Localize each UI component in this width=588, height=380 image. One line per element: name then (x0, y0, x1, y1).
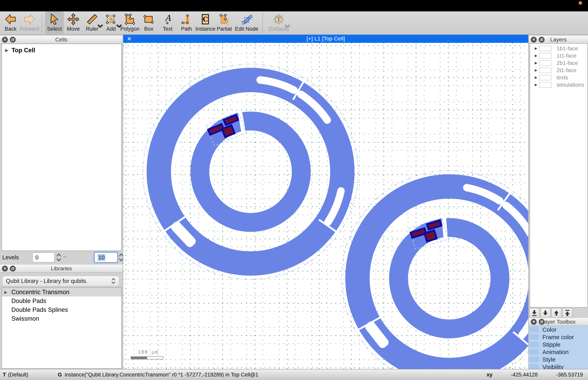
toolbar-button-add[interactable]: Add (102, 11, 120, 34)
toolbar-button-instance[interactable]: C Instance (196, 11, 215, 34)
toolbox-row-handle[interactable] (530, 342, 539, 347)
layer-label: 1b1-face (557, 45, 578, 52)
toolbox-row-handle[interactable] (530, 349, 539, 355)
layer-row-2t1-face[interactable]: ▶ 2t1-face (530, 67, 588, 74)
level-from-spinbox[interactable]: 0 (32, 252, 55, 263)
chevron-down-icon[interactable] (285, 25, 290, 28)
toolbox-row-handle[interactable] (530, 327, 539, 332)
toolbar-button-partial[interactable]: Partial (215, 11, 234, 34)
record-indicator-dot (579, 1, 582, 5)
toolbar-button-select[interactable]: Select (45, 11, 64, 34)
layers-panel-title: Layers (529, 37, 588, 43)
status-xy-label: xy (487, 372, 493, 378)
expander-triangle-icon[interactable]: ▶ (535, 76, 537, 79)
status-selection-text: instance("Qubit Library.ConcentricTransm… (65, 372, 258, 378)
layer-swatch[interactable] (539, 75, 551, 80)
toolbox-row-color[interactable]: Color (529, 326, 588, 333)
toolbar-button-ruler[interactable]: Ruler (83, 11, 102, 34)
ruler-icon (86, 13, 98, 26)
library-item-label: Double Pads (11, 298, 46, 304)
toolbar-button-label: Ruler (86, 26, 99, 32)
back-icon (4, 13, 17, 26)
level-from-stepper[interactable] (56, 252, 62, 263)
toolbar-button-polygon[interactable]: Polygon (120, 11, 139, 34)
library-item-double-pads[interactable]: Double Pads (2, 297, 121, 305)
level-to-spinbox[interactable]: 10 (94, 252, 117, 263)
forward-icon (23, 13, 36, 26)
layer-swatch[interactable] (539, 53, 551, 58)
toolbar-button-move[interactable]: Move (64, 11, 83, 34)
move-layer-to-top-button[interactable] (562, 308, 572, 318)
expander-triangle-icon[interactable]: ▶ (4, 290, 9, 295)
toolbar-button-forward[interactable]: Forward (20, 11, 39, 34)
toolbar-button-label: Instance (195, 26, 215, 32)
library-item-double-pads-splines[interactable]: Double Pads Splines (2, 305, 121, 314)
layer-row-1b1-face[interactable]: ▶ 1b1-face (530, 45, 588, 52)
arrow-up-to-top-icon (564, 310, 571, 316)
klayout-window: Back Forward Select Move (0, 0, 588, 380)
library-select-dropdown[interactable]: Qubit Library - Library for qubits. (2, 276, 119, 286)
toolbox-row-frame-color[interactable]: Frame color (529, 334, 588, 341)
concentric-transmon-instance-1[interactable] (143, 64, 358, 279)
library-item-swissmon[interactable]: Swissmon (2, 314, 121, 323)
float-panel-button[interactable] (539, 37, 545, 43)
levels-label: Levels (2, 254, 19, 261)
layer-row-texts[interactable]: ▶ texts (530, 74, 588, 81)
titlebar (0, 0, 588, 11)
close-icon: ✕ (3, 38, 6, 41)
close-panel-button[interactable]: ✕ (531, 37, 537, 43)
toolbar-button-edit-node[interactable]: Edit Node (234, 11, 260, 34)
toolbox-row-handle[interactable] (530, 334, 539, 340)
library-item-concentric-transmon[interactable]: ▶ Concentric Transmon (2, 288, 121, 297)
expander-triangle-icon[interactable]: ▶ (5, 48, 8, 53)
status-coordinates: xy -425.44128 -365.53719 (487, 372, 588, 378)
expander-triangle-icon[interactable]: ▶ (535, 61, 537, 65)
toolbar-button-label: Partial (217, 26, 232, 32)
toolbar-button-text[interactable]: A Text (158, 11, 177, 34)
cells-tree-item-top-cell[interactable]: ▶ Top Cell (2, 44, 121, 55)
layout-tab[interactable]: ✕ [+] L1 [Top Cell] (123, 35, 528, 43)
toolbar-button-label: Move (67, 26, 80, 32)
layer-swatch[interactable] (539, 68, 551, 73)
toolbar-button-back[interactable]: Back (1, 11, 20, 34)
layer-row-2b1-face[interactable]: ▶ 2b1-face (530, 59, 588, 67)
layer-row-1t1-face[interactable]: ▶ 1t1-face (530, 52, 588, 59)
toolbox-row-stipple[interactable]: Stipple (529, 341, 588, 348)
level-from-value: 0 (35, 254, 38, 261)
float-panel-button[interactable] (10, 37, 16, 43)
move-layer-to-bottom-button[interactable] (529, 308, 539, 318)
toolbox-row-animation[interactable]: Animation (529, 349, 588, 355)
float-panel-icon (11, 267, 14, 270)
toolbar-button-box[interactable]: Box (139, 11, 158, 34)
layer-label: 2t1-face (557, 67, 576, 74)
layer-row-simulations[interactable]: ▶ simulations (530, 81, 588, 88)
layer-label: 1t1-face (557, 53, 576, 59)
path-icon (180, 13, 193, 26)
float-panel-button[interactable] (10, 266, 16, 271)
close-panel-button[interactable]: ✕ (2, 37, 8, 43)
toolbox-row-label: Style (542, 356, 556, 363)
layer-swatch[interactable] (539, 46, 551, 51)
move-layer-down-button[interactable] (540, 308, 550, 318)
toolbar-button-path[interactable]: Path (177, 11, 196, 34)
toolbox-row-style[interactable]: Style (529, 356, 588, 363)
scale-bar-label: 100 µm (138, 349, 172, 355)
close-panel-button[interactable]: ✕ (531, 319, 537, 325)
expander-triangle-icon[interactable]: ▶ (535, 68, 537, 72)
concentric-transmon-instance-2[interactable] (333, 162, 528, 369)
toolbox-row-handle[interactable] (530, 357, 539, 362)
select-cursor-icon (48, 13, 61, 26)
arrow-down-icon (542, 310, 549, 316)
move-layer-up-button[interactable] (551, 308, 561, 318)
move-icon (67, 13, 80, 26)
layer-swatch[interactable] (539, 82, 551, 88)
layout-canvas[interactable]: 100 µm (123, 43, 528, 369)
expander-triangle-icon[interactable]: ▶ (535, 54, 537, 58)
expander-triangle-icon[interactable]: ▶ (535, 83, 537, 87)
gear-template-icon: T (272, 13, 285, 26)
toolbar-button-default-template[interactable]: T (Default) (266, 11, 292, 34)
layer-swatch[interactable] (539, 60, 551, 66)
float-panel-button[interactable] (539, 319, 545, 325)
close-panel-button[interactable]: ✕ (2, 266, 8, 271)
expander-triangle-icon[interactable]: ▶ (535, 46, 537, 51)
